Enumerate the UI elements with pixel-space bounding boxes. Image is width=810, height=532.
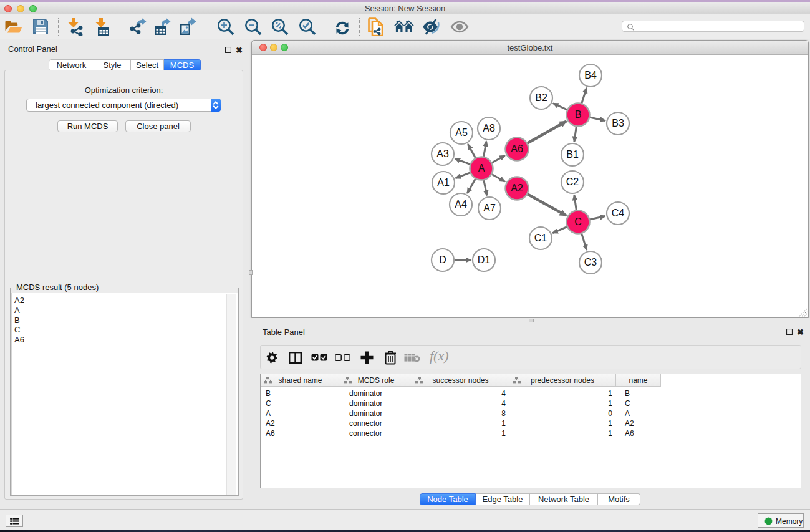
svg-text:B4: B4 [584,70,597,80]
svg-text:C4: C4 [612,208,625,218]
svg-text:A5: A5 [455,127,468,138]
svg-text:A1: A1 [437,177,450,188]
svg-text:D1: D1 [478,254,491,265]
svg-text:A2: A2 [511,183,523,193]
svg-text:B1: B1 [566,149,579,160]
svg-text:C2: C2 [566,177,579,187]
svg-text:A: A [478,163,485,173]
svg-text:B3: B3 [612,118,624,128]
svg-text:C1: C1 [534,233,547,243]
svg-text:A7: A7 [483,203,496,213]
svg-text:A3: A3 [436,148,449,159]
svg-text:C3: C3 [584,257,597,268]
svg-text:D: D [439,254,446,265]
svg-text:B2: B2 [535,92,547,103]
svg-text:A8: A8 [483,123,495,133]
svg-text:A4: A4 [455,199,467,210]
svg-text:B: B [575,109,582,120]
svg-text:A6: A6 [511,143,523,154]
svg-text:C: C [574,216,582,227]
